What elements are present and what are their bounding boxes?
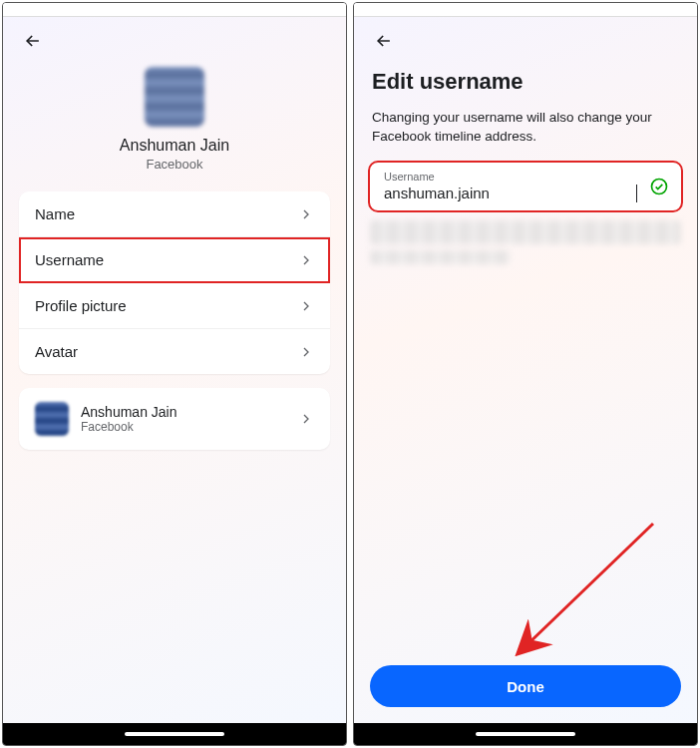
status-bar xyxy=(3,3,346,17)
account-card: Anshuman Jain Facebook xyxy=(19,388,330,450)
profile-name: Anshuman Jain xyxy=(120,137,229,155)
profile-platform: Facebook xyxy=(146,157,202,172)
back-button[interactable] xyxy=(21,31,45,55)
field-label: Username xyxy=(384,171,637,183)
row-label: Profile picture xyxy=(35,297,298,314)
status-bar xyxy=(354,3,697,17)
home-indicator[interactable] xyxy=(125,732,224,736)
row-profile-picture[interactable]: Profile picture xyxy=(19,283,330,329)
settings-card: Name Username Profile picture Avatar xyxy=(19,191,330,374)
home-indicator[interactable] xyxy=(476,732,575,736)
account-name: Anshuman Jain xyxy=(81,404,298,420)
row-avatar[interactable]: Avatar xyxy=(19,329,330,374)
nav-bar xyxy=(3,723,346,745)
content-area: Anshuman Jain Facebook Name Username Pro… xyxy=(3,17,346,723)
redacted-text xyxy=(370,220,681,244)
chevron-right-icon xyxy=(298,252,314,268)
row-label: Avatar xyxy=(35,343,298,360)
account-texts: Anshuman Jain Facebook xyxy=(81,404,298,434)
account-platform: Facebook xyxy=(81,420,298,434)
row-label: Name xyxy=(35,205,298,222)
username-field-wrap: Username anshuman.jainn xyxy=(370,163,681,210)
account-avatar xyxy=(35,402,69,436)
header xyxy=(3,17,346,63)
back-arrow-icon xyxy=(23,31,43,55)
button-label: Done xyxy=(507,678,544,695)
nav-bar xyxy=(354,723,697,745)
profile-avatar xyxy=(145,67,204,127)
redacted-text xyxy=(370,250,510,264)
page-title: Edit username xyxy=(354,63,697,109)
row-name[interactable]: Name xyxy=(19,191,330,237)
header xyxy=(354,17,697,63)
chevron-right-icon xyxy=(298,411,314,427)
chevron-right-icon xyxy=(298,344,314,360)
description-text: Changing your username will also change … xyxy=(354,109,697,163)
chevron-right-icon xyxy=(298,298,314,314)
row-label: Username xyxy=(35,251,298,268)
back-arrow-icon xyxy=(374,31,394,55)
phone-screen-edit-username: Edit username Changing your username wil… xyxy=(353,2,698,746)
username-input[interactable]: Username anshuman.jainn xyxy=(370,163,681,210)
field-value: anshuman.jainn xyxy=(384,185,637,202)
profile-block: Anshuman Jain Facebook xyxy=(3,67,346,172)
content-area: Edit username Changing your username wil… xyxy=(354,17,697,723)
back-button[interactable] xyxy=(372,31,396,55)
chevron-right-icon xyxy=(298,206,314,222)
phone-screen-settings: Anshuman Jain Facebook Name Username Pro… xyxy=(2,2,347,746)
done-button[interactable]: Done xyxy=(370,665,681,707)
row-username[interactable]: Username xyxy=(19,237,330,283)
account-row[interactable]: Anshuman Jain Facebook xyxy=(19,388,330,450)
svg-point-0 xyxy=(652,179,667,193)
checkmark-circle-icon xyxy=(649,177,669,196)
